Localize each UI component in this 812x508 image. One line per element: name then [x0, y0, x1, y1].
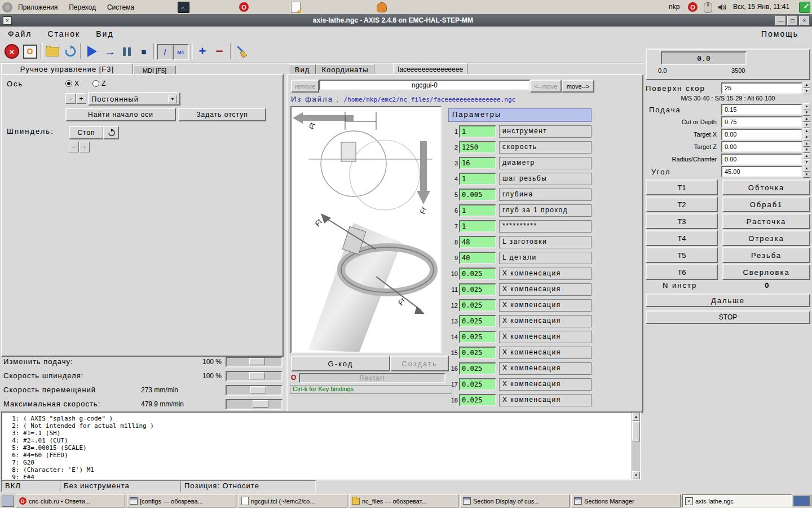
- spin-down-icon[interactable]: ▼: [803, 159, 810, 165]
- taskbar-item-nc-files[interactable]: nc_files — обозреват...: [349, 494, 458, 507]
- feed-override-thumb[interactable]: [249, 358, 265, 365]
- spindle-plus-button[interactable]: +: [80, 142, 90, 152]
- tool-t3-button[interactable]: T3: [646, 213, 718, 229]
- spin-up-icon[interactable]: ▲: [803, 165, 810, 172]
- ngcgui-name-input[interactable]: [319, 80, 530, 90]
- gcode-line[interactable]: 7: G20: [5, 459, 629, 466]
- clear-plot-button[interactable]: [233, 43, 250, 60]
- spindle-stop-button[interactable]: Стоп: [69, 126, 104, 139]
- set-offset-button[interactable]: Задать отступ: [178, 108, 266, 121]
- spindle-minus-button[interactable]: -: [69, 142, 79, 152]
- maximize-button[interactable]: □: [787, 16, 798, 25]
- workspace-switcher[interactable]: [793, 496, 812, 506]
- spin-down-icon[interactable]: ▼: [803, 88, 810, 94]
- move-right-button[interactable]: move-->: [562, 80, 594, 93]
- jog-plus-button[interactable]: +: [76, 93, 86, 104]
- force-quit-tray-icon[interactable]: [799, 2, 810, 13]
- param-input[interactable]: [459, 283, 496, 296]
- next-button[interactable]: Дальше: [646, 294, 810, 307]
- param-input[interactable]: [459, 141, 496, 154]
- tool-parting-button[interactable]: Отрезка: [722, 230, 810, 246]
- menu-machine[interactable]: Станок: [39, 29, 88, 38]
- param-input[interactable]: [459, 189, 496, 201]
- gcode-scrollbar[interactable]: ▲ ▼: [632, 413, 640, 479]
- spin-up-icon[interactable]: ▲: [803, 103, 810, 110]
- workspace-2[interactable]: [809, 496, 812, 506]
- param-input[interactable]: [459, 220, 496, 233]
- window-titlebar[interactable]: × axis-lathe.ngc - AXIS 2.4.6 on EMC-HAL…: [0, 14, 812, 27]
- gcode-listing[interactable]: 1: ( AXIS "splash g-code" ) 2: ( Not int…: [1, 411, 641, 480]
- gcode-line[interactable]: 6: #4=60 (FEED): [5, 452, 629, 459]
- spindle-override-thumb[interactable]: [249, 372, 265, 379]
- tool-t4-button[interactable]: T4: [646, 230, 718, 246]
- minimize-button[interactable]: —: [775, 16, 786, 25]
- menu-places[interactable]: Переход: [63, 3, 102, 11]
- create-button[interactable]: Создать: [390, 356, 449, 371]
- param-input[interactable]: [459, 378, 496, 391]
- clock[interactable]: Вск, 15 Янв, 11:41: [733, 3, 789, 11]
- param-input[interactable]: [459, 362, 496, 375]
- tab-manual-control[interactable]: Ручное управление [F3]: [1, 63, 133, 75]
- menu-view[interactable]: Вид: [88, 29, 121, 38]
- tool-drilling-button[interactable]: Сверловка: [722, 264, 810, 280]
- users-admin-launcher-icon[interactable]: [377, 2, 387, 12]
- param-input[interactable]: [459, 236, 496, 248]
- menu-system[interactable]: Система: [102, 3, 140, 11]
- tool-t2-button[interactable]: T2: [646, 196, 718, 212]
- param-input[interactable]: [459, 204, 496, 217]
- angle-input[interactable]: [721, 166, 802, 177]
- spin-up-icon[interactable]: ▲: [803, 116, 810, 122]
- gcode-line[interactable]: 2: ( Not intended for actual milling ): [5, 422, 629, 430]
- remove-button[interactable]: remove: [291, 80, 319, 93]
- param-input[interactable]: [459, 394, 496, 406]
- editor-launcher-icon[interactable]: [291, 2, 301, 13]
- spin-down-icon[interactable]: ▼: [803, 147, 810, 153]
- menu-file[interactable]: Файл: [0, 29, 39, 38]
- tool-t6-button[interactable]: T6: [646, 264, 718, 280]
- gcode-line[interactable]: 5: #3=.00015 (SCALE): [5, 444, 629, 452]
- axis-window-icon[interactable]: ×: [3, 16, 12, 25]
- taskbar-item-configs[interactable]: [configs — обозрева...: [127, 494, 236, 507]
- zoom-in-button[interactable]: +: [194, 43, 211, 60]
- home-axis-button[interactable]: Найти начало оси: [65, 108, 176, 121]
- workspace-1[interactable]: [794, 496, 809, 506]
- menu-help[interactable]: Помощь: [753, 29, 806, 38]
- spin-up-icon[interactable]: ▲: [803, 128, 810, 134]
- jog-mode-combobox[interactable]: Постоянный ▼: [88, 92, 180, 106]
- restart-bar[interactable]: Restart: [299, 373, 445, 383]
- open-file-button[interactable]: [44, 43, 61, 60]
- menu-applications[interactable]: Приложения: [12, 3, 63, 11]
- gcode-line[interactable]: 8: (Character: 'E') M1: [5, 466, 629, 474]
- machine-power-button[interactable]: O: [21, 43, 38, 60]
- tool-turning-button[interactable]: Обточка: [722, 179, 810, 195]
- gcode-line[interactable]: 9: F#4: [5, 474, 629, 480]
- radio-axis-x[interactable]: X: [65, 80, 79, 87]
- radius-chamfer-input[interactable]: [721, 154, 802, 165]
- feed-override-slider[interactable]: [226, 357, 283, 367]
- param-input[interactable]: [459, 331, 496, 343]
- param-input[interactable]: [459, 173, 496, 185]
- stop-macro-button[interactable]: STOP: [646, 310, 810, 324]
- jog-speed-thumb[interactable]: [250, 386, 266, 393]
- target-z-input[interactable]: [721, 141, 802, 152]
- max-velocity-slider[interactable]: [226, 399, 283, 410]
- target-x-input[interactable]: [721, 129, 802, 140]
- cut-depth-input[interactable]: [721, 116, 802, 128]
- gcode-line[interactable]: 1: ( AXIS "splash g-code" ): [5, 415, 629, 422]
- close-button[interactable]: ×: [799, 16, 810, 25]
- volume-tray-icon[interactable]: [717, 3, 727, 11]
- optional-stop-toggle[interactable]: M1: [173, 44, 189, 60]
- param-input[interactable]: [459, 252, 496, 264]
- taskbar-item-axis[interactable]: × axis-lathe.ngc: [682, 494, 792, 507]
- jog-minus-button[interactable]: -: [65, 93, 76, 104]
- scrollbar-thumb[interactable]: [632, 421, 640, 441]
- param-input[interactable]: [459, 347, 496, 359]
- taskbar-item-sections-manager[interactable]: Sections Manager: [571, 494, 681, 507]
- spin-up-icon[interactable]: ▲: [803, 153, 810, 159]
- spin-down-icon[interactable]: ▼: [803, 110, 810, 116]
- spin-up-icon[interactable]: ▲: [803, 82, 810, 88]
- feed-input[interactable]: [721, 104, 802, 115]
- param-input[interactable]: [459, 125, 496, 138]
- show-desktop-icon[interactable]: [2, 496, 14, 507]
- param-input[interactable]: [459, 315, 496, 327]
